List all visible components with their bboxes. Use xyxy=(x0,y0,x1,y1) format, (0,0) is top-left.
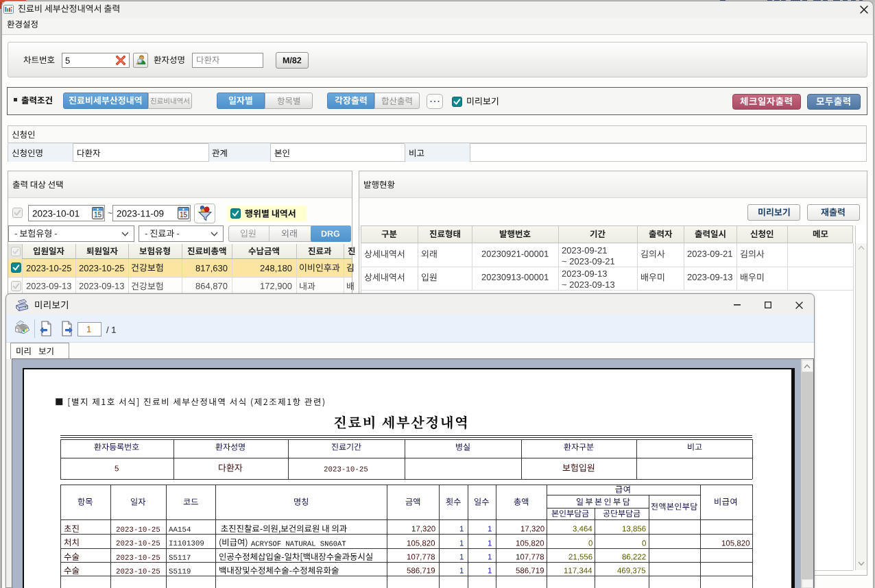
svg-text:15: 15 xyxy=(180,211,188,219)
svg-text:15: 15 xyxy=(94,211,102,219)
